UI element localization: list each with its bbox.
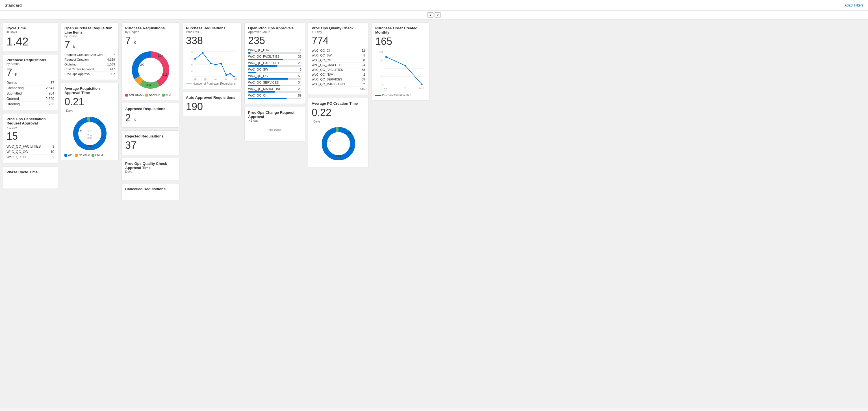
pr-region-title: Purchase Requisitions: [125, 26, 176, 30]
avg-po-donut: 0.23 0.10 0.00 0.97: [312, 125, 365, 162]
svg-text:100: 100: [379, 59, 383, 62]
avg-req-title: Average Requisition Approval Time: [64, 87, 115, 95]
po-monthly-legend: PurchaseOrderCreated: [375, 94, 426, 97]
pr-proc-ops-title: Purchase Requisitions: [186, 26, 238, 30]
adapt-filters-btn[interactable]: Adapt Filters: [844, 3, 864, 7]
proc-ops-qc-subtitle: > 1 day: [312, 30, 365, 34]
cancel-ci-row: WoC_QC_CI2: [6, 155, 54, 160]
qc-services-row: WoC_QC_SERVICES35: [312, 77, 365, 82]
svg-text:Jul: Jul: [225, 78, 227, 80]
phase-cycle-time-card: Phase Cycle Time: [3, 166, 58, 189]
svg-text:2021: 2021: [384, 90, 388, 92]
proc-ops-change-subtitle: > 1 day: [248, 119, 302, 122]
open-proc-ops-title: Open Proc Ops Approvals: [248, 26, 302, 30]
cycle-time-subtitle: in Days: [6, 30, 54, 34]
rejected-req-card: Rejected Requisitions 37: [122, 130, 179, 155]
svg-point-33: [215, 64, 217, 66]
col-7: Purchase Order Created Monthly 165 150 1…: [372, 22, 430, 405]
svg-text:4.2K: 4.2K: [138, 63, 144, 66]
avg-req-unit: | Days: [64, 109, 115, 112]
svg-point-30: [194, 58, 196, 60]
pr-ordering-row: Ordering253: [6, 102, 54, 107]
filter-up-icon[interactable]: ▲: [427, 12, 433, 18]
services-row: WoC_QC_SERVICES34: [248, 81, 302, 86]
pr-ordered-row: Ordered2,690: [6, 96, 54, 102]
svg-text:0.10: 0.10: [97, 122, 102, 124]
carfleet-row: WoC_QC_CARFLEET20: [248, 61, 302, 67]
pr-region-card: Purchase Requisitions by Region 7 K: [122, 22, 179, 100]
qc-itav-row: WoC_QC_ITAV2: [312, 72, 365, 77]
phase-cycle-time-title: Phase Cycle Time: [6, 170, 54, 174]
svg-text:2020: 2020: [193, 79, 197, 81]
approved-req-title: Approved Requisitions: [125, 107, 176, 111]
proc-ops-qc-rows: WoC_QC_CI62 WoC_QC_SW5 WoC_QC_CG60 WoC_Q…: [312, 48, 365, 91]
proc-ops-cancel-value: 15: [6, 130, 54, 142]
svg-point-63: [405, 65, 406, 67]
avg-req-value: 0.21: [64, 96, 115, 108]
svg-text:80: 80: [191, 50, 193, 53]
open-pr-title: Open Purchase Requisition Line Items: [64, 26, 115, 34]
pr-denied-row: Denied37: [6, 80, 54, 85]
svg-text:0.00: 0.00: [87, 144, 92, 147]
pr-proc-ops-value: 338: [186, 35, 238, 46]
svg-text:Nov 1: Nov 1: [384, 87, 389, 89]
svg-text:911: 911: [163, 73, 167, 76]
open-pr-row-3: Ordering1,039: [64, 62, 115, 67]
proc-ops-qc-title: Proc Ops Quality Check: [312, 26, 365, 30]
open-proc-ops-subtitle: Approver Group: [248, 30, 302, 34]
svg-text:334: 334: [146, 83, 151, 87]
col-5: Open Proc Ops Approvals Approver Group 2…: [244, 22, 305, 405]
filter-settings-icon[interactable]: ⚙: [435, 12, 441, 18]
svg-text:40: 40: [191, 64, 193, 66]
svg-point-37: [233, 76, 235, 77]
svg-text:150: 150: [379, 51, 383, 53]
col-1: Cycle Time in Days 1.42 Purchase Requisi…: [3, 22, 58, 405]
rejected-req-title: Rejected Requisitions: [125, 134, 176, 138]
col-3: Purchase Requisitions by Region 7 K: [122, 22, 179, 405]
proc-ops-cancel-title: Proc Ops Cancellation Request Approval: [6, 117, 54, 125]
facilities-row: WoC_QC_FACILITIES33: [248, 55, 302, 60]
svg-text:0.10: 0.10: [346, 132, 351, 134]
cg-row: WoC_QC_CG58: [248, 74, 302, 79]
proc-ops-cancel-subtitle: > 1 day: [6, 126, 54, 129]
auto-approved-title: Auto Approved Requisitions: [186, 95, 238, 100]
pr-proc-ops-chart: 80 60 40 20 0 Oct: [186, 48, 238, 81]
cancelled-req-card: Cancelled Requisitions: [122, 183, 179, 200]
cycle-time-value: 1.42: [6, 35, 54, 48]
svg-text:0.00: 0.00: [336, 155, 341, 158]
proc-ops-qc-time-subtitle: Days: [125, 170, 176, 173]
svg-point-36: [229, 73, 231, 74]
pr-status-rows: Denied37 Composing2,641 Submitted904 Ord…: [6, 80, 54, 107]
pr-proc-ops-chart-label: Number of Purchase_Requisitions: [186, 82, 238, 85]
pr-status-subtitle: by Status: [6, 62, 54, 66]
itav-row: WoC_QC_ITAV1: [248, 48, 302, 54]
qc-marketing-row: WoC_QC_MARKETING32: [312, 82, 365, 87]
svg-point-32: [210, 63, 212, 64]
svg-text:0: 0: [192, 75, 193, 78]
avg-req-approval-card: Average Requisition Approval Time 0.21 |…: [61, 83, 119, 160]
col-2: Open Purchase Requisition Line Items by …: [61, 22, 119, 405]
pr-region-value: 7 K: [125, 35, 176, 46]
svg-text:0.10: 0.10: [87, 133, 92, 136]
svg-point-34: [220, 63, 222, 64]
cancel-facilities-row: WoC_QC_FACILITIES3: [6, 144, 54, 149]
pr-region-subtitle: by Region: [125, 30, 176, 34]
qc-facilities-row: WoC_QC_FACILITIES38: [312, 67, 365, 72]
open-pr-row-4: Cost Center Approval417: [64, 67, 115, 72]
proc-ops-change-no-data: No data: [248, 122, 302, 138]
svg-text:0.97: 0.97: [101, 136, 106, 138]
svg-point-31: [202, 52, 204, 54]
col-4: Purchase Requisitions Proc Ops 338 80 60…: [182, 22, 242, 405]
approved-req-card: Approved Requisitions 2 K: [122, 103, 179, 128]
po-monthly-title: Purchase Order Created Monthly: [375, 26, 426, 34]
qc-total-row: 516: [312, 87, 365, 91]
open-proc-ops-value: 235: [248, 35, 302, 46]
open-proc-ops-rows: WoC_QC_ITAV1 WoC_QC_FACILITIES33 WoC_QC_…: [248, 48, 302, 99]
avg-po-title: Average PO Creation Time: [312, 101, 365, 106]
svg-text:0.97: 0.97: [349, 146, 354, 149]
pr-proc-ops-card: Purchase Requisitions Proc Ops 338 80 60…: [182, 22, 242, 89]
proc-ops-qc-time-card: Proc Ops Quality Check Approval Time Day…: [122, 158, 179, 180]
open-pr-value: 7 K: [64, 39, 115, 51]
auto-approved-card: Auto Approved Requisitions 190: [182, 92, 242, 116]
pr-status-card: Purchase Requisitions by Status 7 K Deni…: [3, 54, 58, 110]
